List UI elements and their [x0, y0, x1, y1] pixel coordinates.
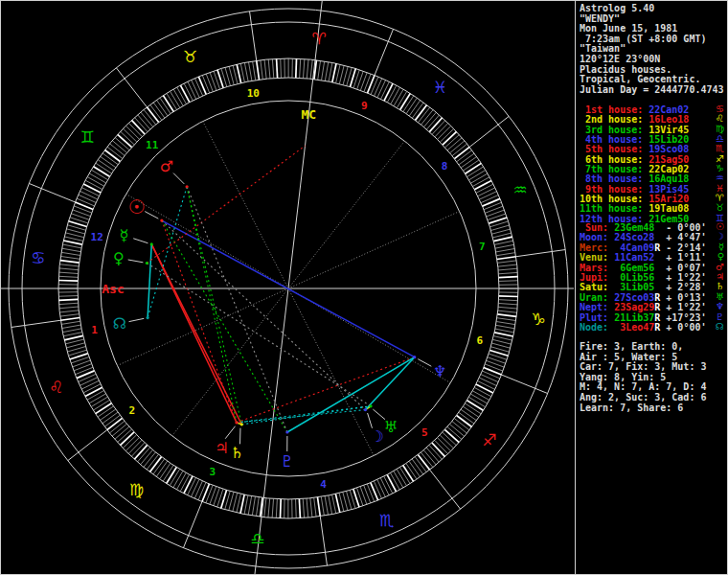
degree-tick	[268, 498, 270, 518]
aspect-line-sesq	[147, 264, 371, 406]
planet-name: Satu:	[580, 282, 608, 292]
degree-tick	[102, 412, 118, 424]
aspect-line-tri	[162, 220, 287, 432]
planet-velocity: + 0°13'	[660, 292, 706, 303]
degree-tick	[62, 325, 81, 328]
planet-glyph-venu: ♀	[113, 249, 125, 267]
degree-tick	[497, 261, 516, 263]
degree-tick	[478, 188, 495, 196]
degree-tick	[329, 62, 332, 81]
degree-tick	[343, 66, 348, 84]
degree-tick	[391, 87, 400, 104]
degree-tick	[307, 59, 308, 79]
degree-tick	[173, 471, 183, 487]
degree-tick	[472, 391, 489, 401]
degree-tick	[497, 318, 516, 321]
degree-tick	[104, 150, 120, 161]
degree-tick	[59, 264, 79, 266]
degree-tick	[75, 367, 93, 374]
sign-boundary-line	[516, 250, 565, 257]
degree-tick	[498, 310, 517, 312]
aspect-line-sex	[237, 406, 371, 423]
degree-tick	[476, 384, 493, 393]
house-number: 2	[129, 404, 136, 417]
degree-tick	[424, 112, 437, 126]
degree-tick	[416, 104, 427, 120]
degree-tick	[491, 343, 510, 348]
planet-glyph-satu: ♄	[230, 444, 243, 462]
house-number: 7	[479, 241, 486, 253]
planet-velocity: +17°23'	[660, 312, 706, 323]
degree-tick	[272, 498, 273, 518]
degree-tick	[474, 387, 491, 396]
degree-tick	[128, 440, 142, 453]
degree-tick	[62, 248, 81, 251]
degree-tick	[463, 406, 479, 417]
degree-tick	[63, 333, 82, 336]
house-number: 12	[91, 231, 103, 243]
degree-tick	[112, 141, 126, 153]
degree-tick	[472, 177, 489, 187]
degree-tick	[89, 173, 105, 183]
house-number: 3	[209, 466, 216, 478]
planet-name: Venu:	[580, 252, 608, 263]
degree-tick	[115, 426, 129, 439]
sign-boundary-line	[501, 375, 547, 394]
degree-tick	[248, 496, 251, 516]
house-cusp-value: 22Cap02	[648, 164, 689, 174]
house-cusp-value: 13Pis45	[648, 184, 689, 195]
degree-tick	[65, 233, 83, 238]
degree-tick	[483, 198, 500, 206]
planet-position-dot	[285, 430, 288, 433]
degree-tick	[449, 425, 464, 437]
planet-position-dot	[369, 404, 372, 407]
planet-pointer-line	[368, 413, 373, 428]
degree-tick	[394, 89, 403, 105]
house-label: 11th house:	[580, 203, 648, 214]
degree-tick	[364, 485, 371, 503]
planet-glyph-merc: ☿	[120, 226, 129, 244]
degree-tick	[485, 206, 503, 213]
planet-name: Sun:	[580, 222, 608, 233]
planet-position-list: Sun: 23Gem48 - 0°00'☉Moon: 24Sco28 + 4°4…	[576, 223, 728, 333]
degree-tick	[237, 64, 240, 82]
house-cusp-line	[172, 288, 288, 436]
planet-glyph-plut: ♇	[281, 452, 294, 471]
sign-boundary-line	[11, 320, 60, 327]
degree-tick	[59, 303, 79, 304]
planet-position-dot	[235, 421, 238, 424]
planet-velocity: + 2°28'	[660, 282, 706, 292]
degree-tick	[89, 394, 105, 403]
degree-tick	[303, 59, 304, 79]
degree-tick	[100, 156, 115, 167]
house-label: 7th house:	[580, 164, 648, 174]
degree-tick	[163, 96, 173, 112]
degree-tick	[484, 202, 502, 209]
degree-tick	[466, 163, 482, 173]
house-label: 2nd house:	[580, 114, 648, 125]
degree-tick	[60, 256, 80, 259]
degree-tick	[202, 75, 209, 93]
aspect-line-squ	[237, 357, 415, 423]
degree-tick	[118, 134, 132, 147]
degree-tick	[479, 378, 496, 385]
degree-tick	[173, 89, 183, 105]
degree-tick	[264, 498, 266, 518]
degree-tick	[482, 371, 499, 379]
house-cusp-line	[288, 211, 460, 288]
degree-tick	[421, 110, 434, 126]
house-cusp-value: 22Can02	[648, 104, 689, 115]
degree-tick	[438, 126, 451, 139]
degree-tick	[85, 387, 102, 396]
degree-tick	[469, 171, 486, 180]
degree-tick	[314, 497, 316, 517]
house-label: 1st house:	[580, 104, 648, 115]
degree-tick	[499, 300, 518, 301]
zodiac-sign-glyph: ♒	[513, 180, 528, 199]
degree-tick	[481, 375, 498, 382]
degree-tick	[233, 493, 238, 511]
degree-tick	[299, 499, 300, 518]
degree-tick	[310, 498, 312, 518]
degree-tick	[171, 91, 180, 107]
degree-tick	[261, 60, 262, 80]
